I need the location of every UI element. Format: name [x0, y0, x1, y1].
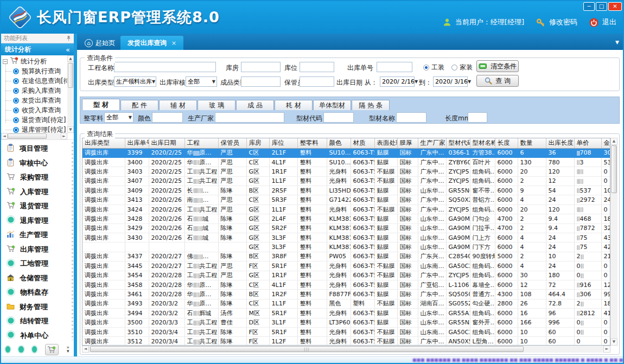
- material-tab[interactable]: 隔 热 条: [352, 100, 390, 110]
- zhengling-select[interactable]: 全部▼: [104, 112, 133, 123]
- column-header[interactable]: 出库长度: [546, 138, 574, 148]
- table-row[interactable]: 调拨出库34132020/2/26南…严思C区5R3F整料G714226063-…: [82, 195, 610, 205]
- audit-select[interactable]: 全部▼: [186, 76, 217, 87]
- scroll-down-icon[interactable]: ▼: [67, 126, 74, 133]
- logout-link[interactable]: 退出: [602, 17, 616, 27]
- column-header[interactable]: 颜色: [327, 138, 351, 148]
- sidebar-menu-item[interactable]: 结转管理: [1, 314, 74, 329]
- sidebar-menu-item[interactable]: 物料盘存: [1, 285, 74, 300]
- profile-name-input[interactable]: [396, 112, 426, 123]
- warehouse-input[interactable]: [241, 62, 281, 72]
- vscroll-thumb[interactable]: [611, 145, 617, 193]
- sidebar-menu-item[interactable]: 采购管理: [1, 170, 74, 185]
- table-row[interactable]: 调拨出库34092020/2/25长…陈琳B区2R5F整料LI35HD6063-…: [82, 186, 610, 195]
- material-tab[interactable]: 配 件: [120, 100, 158, 110]
- sidebar-menu-item[interactable]: 工地管理: [1, 257, 74, 271]
- radio-gongzhuang[interactable]: 工装: [423, 63, 444, 72]
- sidebar-menu-item[interactable]: 退货管理: [1, 199, 74, 214]
- project-name-input[interactable]: [114, 62, 216, 72]
- table-row[interactable]: 调拨出库34542020/2/28工共工程严思G区1R1F整料光身料6063-T…: [82, 271, 610, 280]
- material-tab[interactable]: 辅 材: [159, 100, 197, 110]
- more-modules-icon[interactable]: »▾: [67, 346, 70, 353]
- scroll-left-icon[interactable]: ◄: [82, 346, 89, 353]
- table-row[interactable]: 调拨出库34582020/2/28华原…陈琳C区4L1F整料光身料6063-T5…: [82, 280, 610, 289]
- clear-conditions-button[interactable]: 清空条件: [476, 60, 519, 72]
- scroll-right-icon[interactable]: ►: [61, 133, 67, 139]
- sidebar-menu-item[interactable]: 仓储管理: [1, 271, 74, 286]
- table-row[interactable]: 调拨出库33992020/2/25华原…严思C区2L1F整料SU10…6063-…: [82, 148, 610, 157]
- scroll-right-icon[interactable]: ►: [603, 346, 610, 353]
- scroll-left-icon[interactable]: ◄: [1, 133, 8, 139]
- column-header[interactable]: 型材代码: [446, 138, 470, 148]
- material-tab[interactable]: 成 品: [236, 100, 274, 110]
- table-row[interactable]: 调拨出库34032020/2/25工共工程严思G区1R1F整料光身料6063-T…: [82, 167, 610, 176]
- table-row[interactable]: 调拨出库34292020/2/26石城陈琳G区5R2F整料KLM38176063…: [82, 223, 610, 233]
- table-row[interactable]: 调拨出库34282020/2/26石城陈琳G区2L4F整料KLM38176063…: [82, 214, 610, 223]
- tree-item[interactable]: 在途信息查询[待: [1, 76, 67, 86]
- hscroll-thumb[interactable]: |||: [90, 346, 524, 352]
- column-header[interactable]: 工程: [184, 138, 218, 148]
- pin-icon[interactable]: [66, 35, 71, 41]
- product-type-input[interactable]: [241, 76, 281, 87]
- material-tab[interactable]: 单体型材: [313, 100, 351, 110]
- search-button[interactable]: 查 询: [476, 75, 519, 87]
- column-header[interactable]: 材质: [351, 138, 374, 148]
- radio-jiazhuang[interactable]: 家装: [451, 63, 473, 72]
- keeper-input[interactable]: [300, 76, 334, 87]
- tab-list-dropdown-icon[interactable]: ▼: [615, 40, 619, 45]
- column-header[interactable]: 膜厚: [397, 138, 418, 148]
- column-header[interactable]: 型材名称: [470, 138, 495, 148]
- tree-horizontal-scrollbar[interactable]: ◄ ►: [1, 133, 67, 139]
- table-vertical-scrollbar[interactable]: ▲ ▼: [610, 138, 617, 346]
- tree-item[interactable]: 退库管理[待定]: [1, 125, 67, 133]
- tree-hscroll-thumb[interactable]: [8, 133, 47, 139]
- table-row[interactable]: 调拨出库34372020/2/27佛…陈琳B区3R8F整料PW056063-T5…: [82, 252, 610, 261]
- column-header[interactable]: 库位: [269, 138, 297, 148]
- factory-input[interactable]: [215, 112, 284, 123]
- column-header[interactable]: 单价: [574, 138, 601, 148]
- column-header[interactable]: 保管员: [218, 138, 246, 148]
- sidebar-menu-item[interactable]: 出库管理: [1, 242, 74, 257]
- color-input[interactable]: [152, 112, 183, 123]
- table-row[interactable]: G区3L3F整料KLM38176063-T5贴膜国标山东华…GA90M09…门下…: [82, 242, 610, 252]
- column-header[interactable]: 出库单号: [125, 138, 149, 148]
- length-input[interactable]: [468, 112, 487, 123]
- sidebar-menu-item[interactable]: 项目管理: [1, 142, 74, 156]
- overflow-module-icon[interactable]: [32, 346, 37, 353]
- table-row[interactable]: 调拨出库34932020/3/2华原…陈琳C区1L1F整料黑色塑料不贴膜国标湖南…: [82, 299, 610, 308]
- table-row[interactable]: 调拨出库34302020/2/26石城陈琳G区3L3F整料KLM38176063…: [82, 233, 610, 242]
- menu-scrollbar[interactable]: [72, 142, 73, 340]
- tree-item[interactable]: 采购入库查询: [1, 86, 67, 95]
- material-tab[interactable]: 型 材: [82, 99, 120, 110]
- table-row[interactable]: 调拨出库34072020/2/25工共工程严思G区1L1F整料光身料6063-T…: [82, 176, 610, 186]
- table-row[interactable]: 调拨出库35002020/3/3工共工程曹佳D区3L1F整料LT3P606063…: [82, 318, 610, 327]
- overflow-module-icon[interactable]: [18, 346, 23, 353]
- tree-root-statistics[interactable]: −统计分析: [1, 56, 67, 66]
- column-header[interactable]: 金额: [601, 138, 610, 148]
- tab-shipment-query[interactable]: 发货出库查询 ×: [120, 36, 183, 50]
- location-input[interactable]: [300, 62, 334, 72]
- sidebar-menu-item[interactable]: 退库管理: [1, 214, 74, 228]
- column-header[interactable]: 长度: [495, 138, 518, 148]
- change-password-link[interactable]: 修改密码: [549, 17, 577, 27]
- sidebar-menu-item[interactable]: 补单中心: [1, 329, 74, 343]
- table-row[interactable]: 调拨出库34242020/2/26工共工程严思G区1L1F整料光身料6063-T…: [82, 205, 610, 214]
- column-header[interactable]: 整零料: [297, 138, 327, 148]
- scroll-down-icon[interactable]: ▼: [610, 339, 617, 346]
- maximize-button[interactable]: □: [596, 2, 607, 11]
- tree-item[interactable]: 收货入库查询: [1, 105, 67, 115]
- column-header[interactable]: 出库类型: [82, 138, 125, 148]
- tree-scroll-thumb[interactable]: [68, 63, 73, 88]
- table-row[interactable]: 调拨出库34452020/2/27工共工程严思F区5R1F整料光身料6063-T…: [82, 261, 610, 271]
- column-header[interactable]: 表面处理: [374, 138, 397, 148]
- statistics-section-header[interactable]: 统计分析 «: [1, 43, 74, 55]
- sidebar-menu-item[interactable]: 审核中心: [1, 156, 74, 171]
- collapse-icon[interactable]: «: [66, 46, 70, 54]
- tab-close-icon[interactable]: ×: [171, 40, 176, 47]
- table-row[interactable]: 调拨出库34002020/2/25华原…严思C区4L1F整料SU10…6063-…: [82, 157, 610, 167]
- tree-item[interactable]: 退货查询[待定]: [1, 115, 67, 125]
- column-header[interactable]: 生产厂家: [418, 138, 446, 148]
- table-row[interactable]: 调拨出库34612020/2/28华原…陈琳B区1R2F整料F8877FT606…: [82, 290, 610, 299]
- table-horizontal-scrollbar[interactable]: ◄ ||| ►: [82, 346, 610, 353]
- tree-item[interactable]: 发货出库查询: [1, 95, 67, 105]
